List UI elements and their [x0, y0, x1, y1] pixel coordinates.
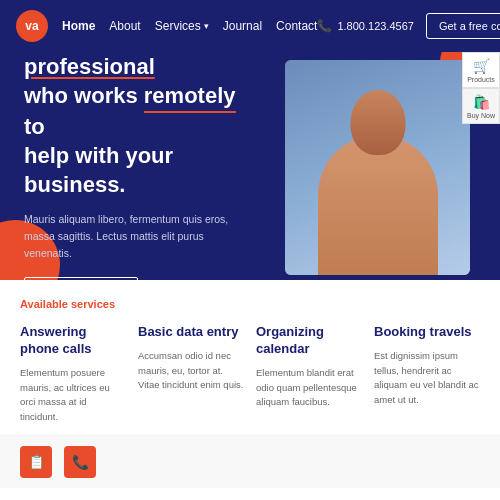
- buy-now-side-btn[interactable]: 🛍️ Buy Now: [462, 88, 500, 124]
- service-desc-2: Elementum blandit erat odio quam pellent…: [256, 366, 362, 410]
- products-side-btn[interactable]: 🛒 Products: [462, 52, 500, 88]
- service-card-1: Basic data entry Accumsan odio id nec ma…: [138, 324, 244, 425]
- buy-now-icon: 🛍️: [473, 94, 490, 110]
- nav-links: Home About Services Journal Contact: [62, 19, 317, 33]
- service-card-0: Answering phone calls Elementum posuere …: [20, 324, 126, 425]
- nav-about[interactable]: About: [109, 19, 140, 33]
- service-desc-3: Est dignissim ipsum tellus, hendrerit ac…: [374, 349, 480, 408]
- hero-description: Mauris aliquam libero, fermentum quis er…: [24, 211, 250, 261]
- service-title-3: Booking travels: [374, 324, 480, 341]
- service-title-0: Answering phone calls: [20, 324, 126, 358]
- services-grid: Answering phone calls Elementum posuere …: [20, 324, 480, 425]
- service-title-1: Basic data entry: [138, 324, 244, 341]
- side-buttons: 🛒 Products 🛍️ Buy Now: [462, 52, 500, 124]
- hero-cta-button[interactable]: Buy Avada now: [24, 277, 138, 280]
- hero-underline-word: remotely: [144, 82, 236, 114]
- bottom-item-1: 📋: [20, 446, 52, 478]
- cta-button[interactable]: Get a free consultation: [426, 13, 500, 39]
- phone-icon: 📞: [317, 19, 332, 33]
- services-section: Available services Answering phone calls…: [0, 280, 500, 435]
- bottom-item-2: 📞: [64, 446, 96, 478]
- hero-person-image: [285, 60, 470, 275]
- brand-logo[interactable]: va: [16, 10, 48, 42]
- products-icon: 🛒: [473, 58, 490, 74]
- service-card-3: Booking travels Est dignissim ipsum tell…: [374, 324, 480, 425]
- hero-title: Independent professional who works remot…: [24, 52, 250, 199]
- buy-now-label: Buy Now: [467, 112, 495, 119]
- bottom-bar: 📋 📞: [0, 435, 500, 488]
- bottom-icon-2: 📞: [64, 446, 96, 478]
- hero-content: Independent professional who works remot…: [0, 52, 270, 280]
- nav-journal[interactable]: Journal: [223, 19, 262, 33]
- nav-services[interactable]: Services: [155, 19, 209, 33]
- services-tag: Available services: [20, 298, 480, 310]
- bottom-icon-1: 📋: [20, 446, 52, 478]
- hero-image: [285, 60, 470, 275]
- phone-number: 📞 1.800.123.4567: [317, 19, 413, 33]
- service-title-2: Organizing calendar: [256, 324, 362, 358]
- navbar: va Home About Services Journal Contact 📞…: [0, 0, 500, 52]
- products-label: Products: [467, 76, 495, 83]
- hero-highlight-word: professional: [24, 54, 155, 79]
- service-desc-1: Accumsan odio id nec mauris, eu, tortor …: [138, 349, 244, 393]
- hero-section: Independent professional who works remot…: [0, 52, 500, 280]
- service-desc-0: Elementum posuere mauris, ac ultrices eu…: [20, 366, 126, 425]
- nav-contact[interactable]: Contact: [276, 19, 317, 33]
- service-card-2: Organizing calendar Elementum blandit er…: [256, 324, 362, 425]
- nav-home[interactable]: Home: [62, 19, 95, 33]
